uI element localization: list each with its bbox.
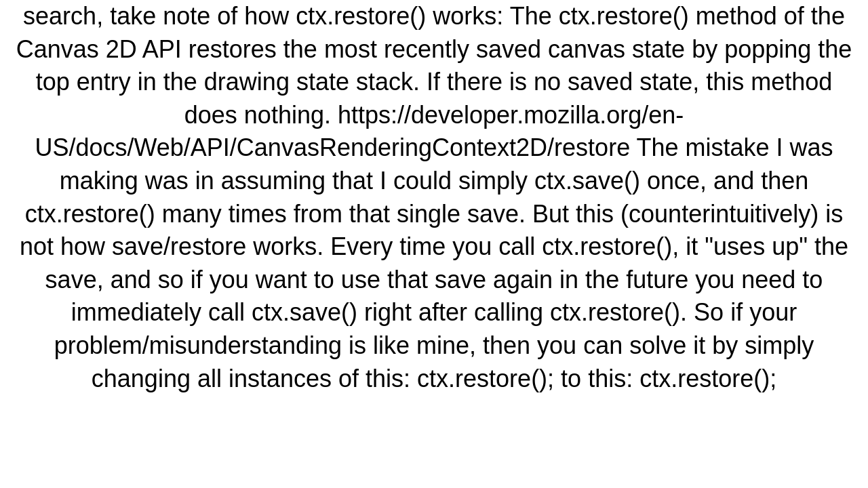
content-area: search, take note of how ctx.restore() w…	[0, 0, 868, 395]
main-paragraph: search, take note of how ctx.restore() w…	[14, 0, 854, 395]
